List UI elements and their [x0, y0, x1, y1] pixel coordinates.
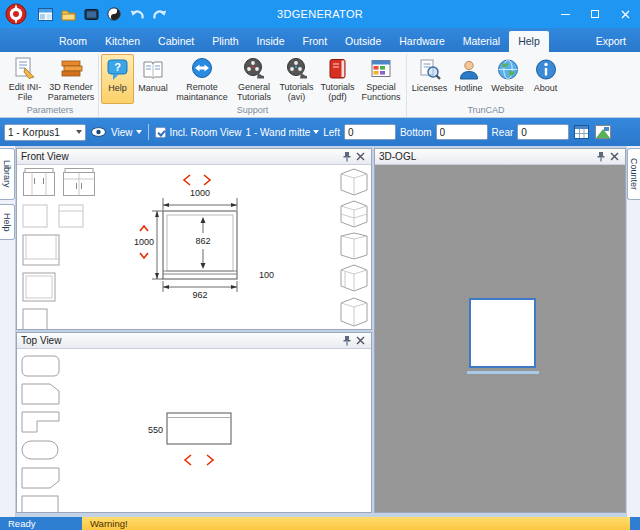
panel-title: Front View	[21, 151, 339, 162]
wall-select[interactable]: 1 - Wand mitte	[246, 127, 320, 138]
license-search-icon	[418, 57, 442, 82]
dim-height-left: 1000	[134, 237, 154, 247]
panel-title: Top View	[21, 335, 339, 346]
sidebar-tab-counter[interactable]: Counter	[627, 148, 640, 200]
sidebar-tab-library[interactable]: Library	[0, 148, 15, 200]
bottom-label: Bottom	[400, 127, 432, 138]
pin-icon[interactable]	[340, 335, 353, 347]
maximize-button[interactable]	[580, 0, 610, 28]
dock-area: Library Help Counter Front View	[0, 146, 640, 517]
tab-outside[interactable]: Outside	[336, 31, 390, 52]
licenses-button[interactable]: Licenses	[409, 54, 450, 104]
pin-icon[interactable]	[594, 151, 607, 163]
button-label: Tutorials (avi)	[278, 83, 315, 102]
left-label: Left	[323, 127, 340, 138]
view-dropdown[interactable]: View	[111, 127, 142, 138]
special-functions-button[interactable]: Special Functions	[358, 54, 404, 104]
korpus-select[interactable]: 1 - Korpus1	[4, 124, 86, 141]
tab-hardware[interactable]: Hardware	[390, 31, 454, 52]
front-view-panel: Front View	[16, 148, 372, 330]
tutorials-pdf-button[interactable]: Tutorials (pdf)	[317, 54, 358, 104]
button-label: Edit INI-File	[6, 83, 44, 102]
close-button[interactable]	[610, 0, 640, 28]
close-icon[interactable]	[354, 151, 367, 163]
nudge-down-icon[interactable]	[140, 253, 148, 258]
about-button[interactable]: About	[528, 54, 563, 104]
status-ready-text: Ready	[0, 518, 35, 529]
ribbon-group-truncad: Licenses Hotline Website	[406, 54, 565, 117]
tab-cabinet[interactable]: Cabinet	[149, 31, 203, 52]
tab-room[interactable]: Room	[50, 31, 96, 52]
ribbon-tab-bar: Room Kitchen Cabinet Plinth Inside Front…	[0, 28, 640, 52]
object-toolbar: 1 - Korpus1 View Incl. Room View 1 - Wan…	[0, 118, 640, 146]
remote-support-icon	[190, 57, 214, 81]
nudge-up-icon[interactable]	[140, 226, 148, 231]
open-folder-icon[interactable]	[60, 6, 76, 22]
front-view-drawing[interactable]: 1000 862 1000	[17, 165, 371, 329]
yin-yang-icon[interactable]	[106, 6, 122, 22]
tab-front[interactable]: Front	[294, 31, 337, 52]
edit-ini-file-button[interactable]: Edit INI-File	[4, 54, 46, 104]
help-button[interactable]: ? Help	[101, 54, 134, 104]
general-tutorials-button[interactable]: General Tutorials	[232, 54, 276, 104]
minimize-button[interactable]	[550, 0, 580, 28]
button-label: About	[534, 84, 558, 94]
globe-icon	[496, 57, 520, 82]
top-view-drawing[interactable]: 550	[17, 349, 371, 512]
nudge-right-icon[interactable]	[207, 455, 213, 465]
special-functions-icon	[369, 57, 393, 81]
front-view-body: 1000 862 1000	[17, 165, 371, 329]
hotline-person-icon	[457, 57, 481, 82]
chevron-down-icon	[76, 130, 82, 134]
group-label-parameters: Parameters	[4, 104, 96, 117]
tab-inside[interactable]: Inside	[248, 31, 294, 52]
render-screen-icon[interactable]	[83, 6, 99, 22]
ribbon: Edit INI-File 3D Render Parameters Param…	[0, 52, 640, 118]
remote-maintenance-button[interactable]: Remote maintanance	[172, 54, 232, 104]
pin-icon[interactable]	[340, 151, 353, 163]
ogl-header: 3D-OGL	[375, 149, 625, 165]
nudge-left-icon[interactable]	[185, 455, 191, 465]
app-logo-icon[interactable]	[5, 3, 27, 25]
rear-input[interactable]	[517, 124, 569, 140]
separator	[148, 124, 149, 140]
bottom-input[interactable]	[436, 124, 488, 140]
dim-width-bottom: 962	[192, 290, 207, 300]
window-layout-icon[interactable]	[37, 6, 53, 22]
svg-text:?: ?	[114, 61, 121, 73]
redo-icon[interactable]	[152, 6, 168, 22]
close-icon[interactable]	[354, 335, 367, 347]
3d-viewport[interactable]	[375, 165, 625, 512]
status-warning-text: Warning!	[82, 517, 630, 530]
nudge-right-icon[interactable]	[204, 175, 210, 185]
tab-material[interactable]: Material	[454, 31, 509, 52]
window-title: 3DGENERATOR	[277, 8, 363, 20]
render-parameters-button[interactable]: 3D Render Parameters	[46, 54, 96, 104]
tab-kitchen[interactable]: Kitchen	[96, 31, 149, 52]
title-bar: 3DGENERATOR	[0, 0, 640, 28]
incl-room-view-label: Incl. Room View	[170, 127, 242, 138]
sidebar-tab-help[interactable]: Help	[0, 204, 15, 240]
right-autohide-strip: Counter	[626, 146, 640, 517]
rear-label: Rear	[492, 127, 514, 138]
grid-icon[interactable]	[573, 124, 590, 140]
ribbon-group-parameters: Edit INI-File 3D Render Parameters Param…	[2, 54, 98, 117]
top-view-header: Top View	[17, 333, 371, 349]
manual-button[interactable]: Manual	[134, 54, 172, 104]
tutorials-avi-button[interactable]: Tutorials (avi)	[276, 54, 317, 104]
incl-room-view-checkbox[interactable]	[155, 127, 166, 138]
tab-plinth[interactable]: Plinth	[203, 31, 247, 52]
nudge-left-icon[interactable]	[184, 175, 190, 185]
selected-cabinet-3d[interactable]	[469, 298, 536, 368]
export-button[interactable]: Export	[586, 31, 636, 52]
hotline-button[interactable]: Hotline	[450, 54, 487, 104]
close-icon[interactable]	[608, 151, 621, 163]
tab-help[interactable]: Help	[509, 31, 549, 52]
room-plan-icon[interactable]	[594, 124, 611, 140]
left-input[interactable]	[344, 124, 396, 140]
window-controls	[550, 0, 640, 28]
top-view-panel: Top View	[16, 332, 372, 513]
button-label: Manual	[138, 84, 168, 94]
website-button[interactable]: Website	[487, 54, 528, 104]
undo-icon[interactable]	[129, 6, 145, 22]
